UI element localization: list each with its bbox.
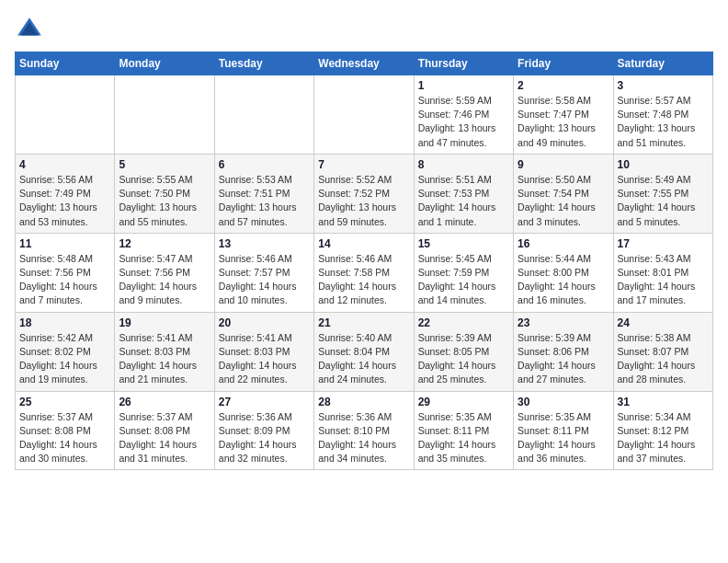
day-number: 8 [418, 158, 509, 171]
page-header [15, 15, 713, 44]
day-info: Sunrise: 5:38 AM Sunset: 8:07 PM Dayligh… [618, 331, 709, 387]
day-number: 7 [318, 158, 409, 171]
day-number: 14 [318, 237, 409, 250]
calendar-row: 11Sunrise: 5:48 AM Sunset: 7:56 PM Dayli… [16, 233, 713, 312]
day-info: Sunrise: 5:53 AM Sunset: 7:51 PM Dayligh… [219, 173, 310, 229]
calendar-cell [115, 75, 214, 155]
day-number: 26 [119, 396, 210, 408]
day-info: Sunrise: 5:58 AM Sunset: 7:47 PM Dayligh… [518, 94, 609, 150]
day-number: 31 [618, 396, 709, 408]
weekday-header: Sunday [16, 52, 115, 75]
weekday-header: Tuesday [214, 52, 313, 75]
day-info: Sunrise: 5:59 AM Sunset: 7:46 PM Dayligh… [418, 94, 509, 150]
calendar-cell: 7Sunrise: 5:52 AM Sunset: 7:52 PM Daylig… [314, 154, 414, 233]
day-info: Sunrise: 5:36 AM Sunset: 8:10 PM Dayligh… [318, 410, 409, 466]
calendar-cell: 19Sunrise: 5:41 AM Sunset: 8:03 PM Dayli… [115, 312, 214, 391]
day-number: 15 [418, 237, 509, 250]
calendar-cell: 3Sunrise: 5:57 AM Sunset: 7:48 PM Daylig… [613, 75, 712, 155]
day-number: 2 [518, 79, 609, 92]
day-number: 19 [119, 316, 210, 329]
day-info: Sunrise: 5:43 AM Sunset: 8:01 PM Dayligh… [618, 252, 709, 308]
calendar-cell: 22Sunrise: 5:39 AM Sunset: 8:05 PM Dayli… [414, 312, 513, 391]
day-number: 18 [19, 316, 110, 329]
calendar-cell: 23Sunrise: 5:39 AM Sunset: 8:06 PM Dayli… [514, 312, 613, 391]
day-info: Sunrise: 5:47 AM Sunset: 7:56 PM Dayligh… [119, 252, 210, 308]
calendar-cell: 5Sunrise: 5:55 AM Sunset: 7:50 PM Daylig… [115, 154, 214, 233]
day-info: Sunrise: 5:51 AM Sunset: 7:53 PM Dayligh… [418, 173, 509, 229]
day-number: 3 [618, 79, 709, 92]
calendar-row: 4Sunrise: 5:56 AM Sunset: 7:49 PM Daylig… [16, 154, 713, 233]
calendar-cell: 10Sunrise: 5:49 AM Sunset: 7:55 PM Dayli… [613, 154, 712, 233]
day-number: 10 [618, 158, 709, 171]
day-number: 25 [19, 396, 110, 408]
day-info: Sunrise: 5:35 AM Sunset: 8:11 PM Dayligh… [418, 410, 509, 466]
calendar-header-row: SundayMondayTuesdayWednesdayThursdayFrid… [16, 52, 713, 75]
day-number: 17 [618, 237, 709, 250]
logo-icon [15, 15, 44, 44]
calendar-cell: 14Sunrise: 5:46 AM Sunset: 7:58 PM Dayli… [314, 233, 414, 312]
day-info: Sunrise: 5:55 AM Sunset: 7:50 PM Dayligh… [119, 173, 210, 229]
calendar-cell: 27Sunrise: 5:36 AM Sunset: 8:09 PM Dayli… [214, 391, 313, 470]
calendar-cell: 24Sunrise: 5:38 AM Sunset: 8:07 PM Dayli… [613, 312, 712, 391]
day-info: Sunrise: 5:42 AM Sunset: 8:02 PM Dayligh… [19, 331, 110, 387]
calendar-cell: 29Sunrise: 5:35 AM Sunset: 8:11 PM Dayli… [414, 391, 513, 470]
calendar-cell: 2Sunrise: 5:58 AM Sunset: 7:47 PM Daylig… [514, 75, 613, 155]
calendar-cell: 31Sunrise: 5:34 AM Sunset: 8:12 PM Dayli… [613, 391, 712, 470]
day-info: Sunrise: 5:46 AM Sunset: 7:57 PM Dayligh… [219, 252, 310, 308]
day-info: Sunrise: 5:52 AM Sunset: 7:52 PM Dayligh… [318, 173, 409, 229]
day-info: Sunrise: 5:45 AM Sunset: 7:59 PM Dayligh… [418, 252, 509, 308]
day-info: Sunrise: 5:34 AM Sunset: 8:12 PM Dayligh… [618, 410, 709, 466]
day-number: 12 [119, 237, 210, 250]
day-number: 11 [19, 237, 110, 250]
day-info: Sunrise: 5:41 AM Sunset: 8:03 PM Dayligh… [219, 331, 310, 387]
day-info: Sunrise: 5:36 AM Sunset: 8:09 PM Dayligh… [219, 410, 310, 466]
calendar-cell: 1Sunrise: 5:59 AM Sunset: 7:46 PM Daylig… [414, 75, 513, 155]
day-number: 5 [119, 158, 210, 171]
day-number: 23 [518, 316, 609, 329]
weekday-header: Saturday [613, 52, 712, 75]
day-info: Sunrise: 5:46 AM Sunset: 7:58 PM Dayligh… [318, 252, 409, 308]
day-info: Sunrise: 5:37 AM Sunset: 8:08 PM Dayligh… [119, 410, 210, 466]
day-number: 13 [219, 237, 310, 250]
calendar-cell: 21Sunrise: 5:40 AM Sunset: 8:04 PM Dayli… [314, 312, 414, 391]
day-info: Sunrise: 5:50 AM Sunset: 7:54 PM Dayligh… [518, 173, 609, 229]
day-number: 28 [318, 396, 409, 408]
calendar-row: 18Sunrise: 5:42 AM Sunset: 8:02 PM Dayli… [16, 312, 713, 391]
day-number: 24 [618, 316, 709, 329]
calendar-cell: 8Sunrise: 5:51 AM Sunset: 7:53 PM Daylig… [414, 154, 513, 233]
day-number: 30 [518, 396, 609, 408]
day-number: 1 [418, 79, 509, 92]
calendar-cell: 18Sunrise: 5:42 AM Sunset: 8:02 PM Dayli… [16, 312, 115, 391]
calendar-cell: 15Sunrise: 5:45 AM Sunset: 7:59 PM Dayli… [414, 233, 513, 312]
day-info: Sunrise: 5:56 AM Sunset: 7:49 PM Dayligh… [19, 173, 110, 229]
calendar-cell [16, 75, 115, 155]
calendar-row: 25Sunrise: 5:37 AM Sunset: 8:08 PM Dayli… [16, 391, 713, 470]
calendar-cell: 6Sunrise: 5:53 AM Sunset: 7:51 PM Daylig… [214, 154, 313, 233]
weekday-header: Thursday [414, 52, 513, 75]
day-info: Sunrise: 5:40 AM Sunset: 8:04 PM Dayligh… [318, 331, 409, 387]
weekday-header: Monday [115, 52, 214, 75]
calendar-cell: 28Sunrise: 5:36 AM Sunset: 8:10 PM Dayli… [314, 391, 414, 470]
calendar-table: SundayMondayTuesdayWednesdayThursdayFrid… [15, 52, 713, 470]
calendar-cell: 26Sunrise: 5:37 AM Sunset: 8:08 PM Dayli… [115, 391, 214, 470]
calendar-cell: 13Sunrise: 5:46 AM Sunset: 7:57 PM Dayli… [214, 233, 313, 312]
day-info: Sunrise: 5:48 AM Sunset: 7:56 PM Dayligh… [19, 252, 110, 308]
day-number: 9 [518, 158, 609, 171]
calendar-cell: 11Sunrise: 5:48 AM Sunset: 7:56 PM Dayli… [16, 233, 115, 312]
day-number: 21 [318, 316, 409, 329]
day-number: 29 [418, 396, 509, 408]
day-info: Sunrise: 5:49 AM Sunset: 7:55 PM Dayligh… [618, 173, 709, 229]
calendar-cell [214, 75, 313, 155]
day-info: Sunrise: 5:35 AM Sunset: 8:11 PM Dayligh… [518, 410, 609, 466]
day-number: 6 [219, 158, 310, 171]
logo [15, 15, 48, 44]
calendar-cell: 30Sunrise: 5:35 AM Sunset: 8:11 PM Dayli… [514, 391, 613, 470]
calendar-cell: 20Sunrise: 5:41 AM Sunset: 8:03 PM Dayli… [214, 312, 313, 391]
day-number: 20 [219, 316, 310, 329]
calendar-cell: 9Sunrise: 5:50 AM Sunset: 7:54 PM Daylig… [514, 154, 613, 233]
day-info: Sunrise: 5:37 AM Sunset: 8:08 PM Dayligh… [19, 410, 110, 466]
calendar-cell: 25Sunrise: 5:37 AM Sunset: 8:08 PM Dayli… [16, 391, 115, 470]
weekday-header: Friday [514, 52, 613, 75]
day-info: Sunrise: 5:41 AM Sunset: 8:03 PM Dayligh… [119, 331, 210, 387]
day-number: 16 [518, 237, 609, 250]
